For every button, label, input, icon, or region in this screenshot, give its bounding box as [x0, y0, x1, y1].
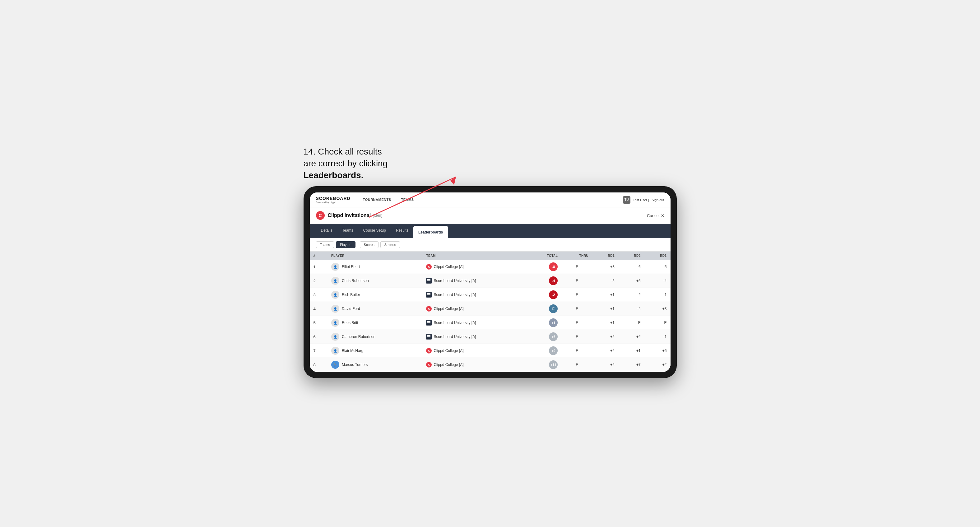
filter-scores-button[interactable]: Scores	[360, 241, 379, 248]
rd3-cell: +6	[644, 344, 671, 358]
total-cell: -8	[528, 260, 562, 274]
logo-sub: Powered by clippd	[316, 201, 350, 204]
player-name: David Ford	[342, 306, 360, 311]
tab-course-setup[interactable]: Course Setup	[358, 224, 391, 238]
sign-out-link[interactable]: Sign out	[652, 198, 664, 202]
col-thru: THRU	[562, 252, 592, 260]
player-name: Chris Robertson	[342, 279, 369, 283]
tournament-header: C Clippd Invitational (Men) Cancel ✕	[310, 207, 671, 224]
table-header-row: # PLAYER TEAM TOTAL THRU RD1 RD2 RD3	[310, 252, 671, 260]
rd1-cell: +3	[592, 260, 618, 274]
rd2-cell: E	[618, 316, 644, 330]
team-name: Scoreboard University [A]	[434, 321, 476, 325]
rd3-cell: +3	[644, 302, 671, 316]
team-logo-scoreboard-icon	[426, 334, 432, 340]
rd2-cell: -4	[618, 302, 644, 316]
tablet-screen: SCOREBOARD Powered by clippd TOURNAMENTS…	[310, 192, 671, 372]
player-cell: 👤 Chris Robertson	[328, 274, 422, 288]
svg-marker-1	[450, 177, 456, 185]
tab-bar: Details Teams Course Setup Results Leade…	[310, 224, 671, 238]
team-cell: CClippd College [A]	[422, 358, 528, 372]
player-cell: 👤 Rich Butler	[328, 288, 422, 302]
table-row: 8 🏌 Marcus Turners CClippd College [A]+1…	[310, 358, 671, 372]
rd1-cell: +1	[592, 288, 618, 302]
rd1-cell: -5	[592, 274, 618, 288]
rank-cell: 7	[310, 344, 328, 358]
col-rd1: RD1	[592, 252, 618, 260]
thru-cell: F	[562, 316, 592, 330]
step-number: 14.	[304, 147, 316, 156]
total-cell: +11	[528, 358, 562, 372]
team-cell: Scoreboard University [A]	[422, 288, 528, 302]
tab-results[interactable]: Results	[391, 224, 413, 238]
rd1-cell: +2	[592, 358, 618, 372]
player-avatar-icon: 👤	[331, 277, 339, 285]
tab-details[interactable]: Details	[316, 224, 337, 238]
player-avatar-icon: 👤	[331, 305, 339, 313]
rd1-cell: +1	[592, 302, 618, 316]
team-name: Clippd College [A]	[434, 349, 463, 353]
table-row: 5 👤 Rees Britt Scoreboard University [A]…	[310, 316, 671, 330]
thru-cell: F	[562, 344, 592, 358]
rank-cell: 2	[310, 274, 328, 288]
tab-teams[interactable]: Teams	[337, 224, 358, 238]
score-badge: -8	[549, 262, 558, 271]
filter-bar: Teams Players Scores Strokes	[310, 238, 671, 252]
instruction-block: 14. Check all results are correct by cli…	[304, 146, 388, 181]
cancel-button[interactable]: Cancel ✕	[647, 213, 664, 218]
tournament-logo-icon: C	[316, 211, 325, 220]
tournament-gender: (Men)	[372, 213, 382, 217]
score-badge: +11	[549, 360, 558, 369]
total-cell: -4	[528, 274, 562, 288]
team-logo-clippd-icon: C	[426, 264, 432, 270]
logo-area: SCOREBOARD Powered by clippd	[316, 196, 350, 204]
score-badge: -2	[549, 290, 558, 299]
player-cell: 👤 Rees Britt	[328, 316, 422, 330]
team-name: Clippd College [A]	[434, 306, 463, 311]
tab-leaderboards[interactable]: Leaderboards	[413, 226, 448, 238]
rd1-cell: +1	[592, 316, 618, 330]
team-cell: CClippd College [A]	[422, 302, 528, 316]
rd2-cell: +7	[618, 358, 644, 372]
team-logo-clippd-icon: C	[426, 306, 432, 311]
rank-cell: 4	[310, 302, 328, 316]
filter-players-button[interactable]: Players	[336, 241, 355, 248]
team-cell: Scoreboard University [A]	[422, 316, 528, 330]
col-total: TOTAL	[528, 252, 562, 260]
player-cell: 👤 Elliot Ebert	[328, 260, 422, 274]
rd3-cell: E	[644, 316, 671, 330]
player-avatar-icon: 👤	[331, 333, 339, 341]
nav-teams[interactable]: TEAMS	[396, 192, 418, 207]
thru-cell: F	[562, 330, 592, 344]
col-player: PLAYER	[328, 252, 422, 260]
team-name: Scoreboard University [A]	[434, 335, 476, 339]
filter-teams-button[interactable]: Teams	[316, 241, 334, 248]
team-cell: CClippd College [A]	[422, 344, 528, 358]
user-area: TU Test User | Sign out	[623, 196, 664, 204]
rd1-cell: +5	[592, 330, 618, 344]
rank-cell: 3	[310, 288, 328, 302]
score-badge: +1	[549, 318, 558, 327]
player-name: Cameron Robertson	[342, 335, 375, 339]
player-avatar-icon: 👤	[331, 319, 339, 327]
rd2-cell: +5	[618, 274, 644, 288]
player-name: Rich Butler	[342, 292, 360, 297]
team-logo-scoreboard-icon	[426, 292, 432, 298]
thru-cell: F	[562, 260, 592, 274]
table-row: 6 👤 Cameron Robertson Scoreboard Univers…	[310, 330, 671, 344]
player-name: Rees Britt	[342, 321, 358, 325]
filter-strokes-button[interactable]: Strokes	[380, 241, 400, 248]
player-cell: 🏌 Marcus Turners	[328, 358, 422, 372]
rd3-cell: -5	[644, 260, 671, 274]
player-avatar-icon: 👤	[331, 291, 339, 299]
team-name: Scoreboard University [A]	[434, 279, 476, 283]
total-cell: -2	[528, 288, 562, 302]
nav-tournaments[interactable]: TOURNAMENTS	[358, 192, 396, 207]
table-row: 2 👤 Chris Robertson Scoreboard Universit…	[310, 274, 671, 288]
col-rank: #	[310, 252, 328, 260]
col-rd2: RD2	[618, 252, 644, 260]
team-name: Scoreboard University [A]	[434, 292, 476, 297]
thru-cell: F	[562, 358, 592, 372]
total-cell: +1	[528, 316, 562, 330]
table-row: 1 👤 Elliot Ebert CClippd College [A]-8F+…	[310, 260, 671, 274]
